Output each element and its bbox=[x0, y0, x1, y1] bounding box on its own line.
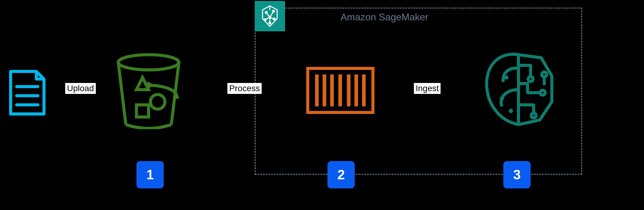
svg-point-23 bbox=[500, 97, 504, 101]
step-badge-2: 2 bbox=[327, 161, 355, 188]
container-icon bbox=[306, 67, 374, 114]
svg-point-12 bbox=[146, 82, 152, 88]
svg-point-22 bbox=[504, 75, 508, 80]
svg-point-9 bbox=[118, 55, 179, 70]
sagemaker-ml-icon bbox=[481, 50, 556, 128]
s3-bucket-icon bbox=[115, 53, 182, 129]
document-icon bbox=[8, 68, 47, 117]
sagemaker-badge-icon bbox=[255, 1, 285, 31]
arrow-label-process: Process bbox=[227, 83, 262, 94]
svg-point-25 bbox=[528, 77, 533, 81]
svg-point-27 bbox=[531, 113, 536, 118]
diagram-canvas: Amazon SageMaker Upload bbox=[0, 0, 644, 210]
svg-point-24 bbox=[509, 109, 513, 113]
svg-point-10 bbox=[150, 95, 165, 109]
svg-point-28 bbox=[542, 72, 547, 77]
arrow-label-ingest: Ingest bbox=[414, 83, 441, 94]
sagemaker-title: Amazon SageMaker bbox=[340, 12, 428, 23]
step-badge-3: 3 bbox=[503, 161, 531, 188]
svg-rect-11 bbox=[136, 105, 149, 117]
arrow-label-upload: Upload bbox=[65, 83, 96, 94]
step-badge-1: 1 bbox=[136, 161, 164, 188]
svg-point-26 bbox=[540, 90, 545, 95]
